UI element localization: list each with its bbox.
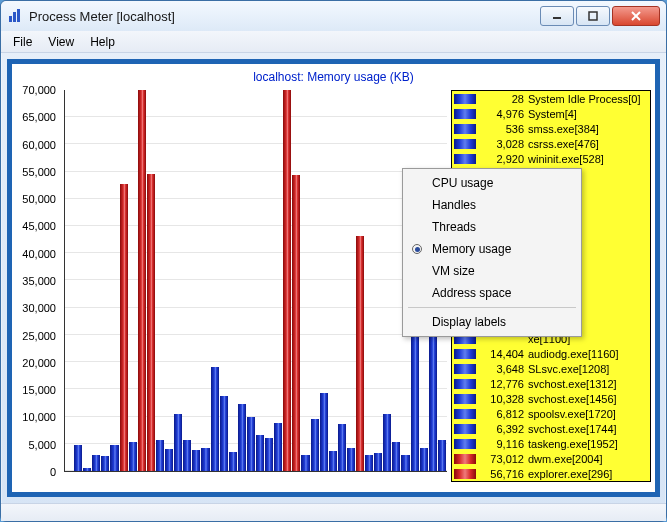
svg-rect-4 [589,12,597,20]
statusbar [1,503,666,521]
chart-bar[interactable] [74,445,82,471]
chart-bar[interactable] [101,456,109,471]
chart-bar[interactable] [129,442,137,471]
titlebar[interactable]: Process Meter [localhost] [1,1,666,31]
y-tick-label: 45,000 [22,220,56,232]
chart-bar[interactable] [156,440,164,471]
legend-row[interactable]: 4,976System[4] [452,106,650,121]
chart-bar[interactable] [174,414,182,471]
legend-swatch [454,154,476,164]
maximize-button[interactable] [576,6,610,26]
legend-swatch [454,409,476,419]
chart-bar[interactable] [192,450,200,471]
y-tick-label: 50,000 [22,193,56,205]
menubar: File View Help [1,31,666,53]
chart-bar[interactable] [401,455,409,471]
context-menu-vm[interactable]: VM size [406,260,578,282]
context-menu-label: CPU usage [432,176,493,190]
close-button[interactable] [612,6,660,26]
context-menu-label: VM size [432,264,475,278]
chart-bar[interactable] [283,90,291,471]
chart-bar[interactable] [374,453,382,471]
chart-bar[interactable] [247,417,255,471]
chart-bar[interactable] [147,174,155,471]
context-menu-addr[interactable]: Address space [406,282,578,304]
chart-bar[interactable] [420,448,428,471]
chart-bar[interactable] [120,184,128,471]
menu-view[interactable]: View [40,33,82,51]
chart-bar[interactable] [292,175,300,471]
y-axis-labels: 05,00010,00015,00020,00025,00030,00035,0… [12,90,60,472]
chart-bar[interactable] [183,440,191,471]
chart-bar[interactable] [438,440,446,471]
context-menu-separator [408,307,576,308]
chart-bar[interactable] [383,414,391,471]
chart-bar[interactable] [320,393,328,471]
app-window: Process Meter [localhost] File View Help… [0,0,667,522]
chart-bar[interactable] [429,335,437,471]
legend-row[interactable]: 9,116taskeng.exe[1952] [452,436,650,451]
legend-row[interactable]: 12,776svchost.exe[1312] [452,376,650,391]
legend-name: System Idle Process[0] [528,93,641,105]
context-menu-memory[interactable]: Memory usage [406,238,578,260]
legend-row[interactable]: 56,716explorer.exe[296] [452,466,650,481]
legend-name: csrss.exe[476] [528,138,599,150]
legend-swatch [454,424,476,434]
legend-swatch [454,469,476,479]
menu-help[interactable]: Help [82,33,123,51]
chart-bar[interactable] [229,452,237,471]
legend-row[interactable]: 6,392svchost.exe[1744] [452,421,650,436]
chart-bar[interactable] [365,455,373,471]
chart-bar[interactable] [238,404,246,471]
legend-name: svchost.exe[1456] [528,393,617,405]
menu-file[interactable]: File [5,33,40,51]
chart-area[interactable]: 05,00010,00015,00020,00025,00030,00035,0… [12,86,451,492]
y-tick-label: 70,000 [22,84,56,96]
chart-bar[interactable] [392,442,400,471]
svg-rect-0 [9,16,12,22]
chart-bar[interactable] [110,445,118,471]
legend-swatch [454,94,476,104]
y-tick-label: 35,000 [22,275,56,287]
chart-bar[interactable] [338,424,346,471]
chart-bar[interactable] [329,451,337,471]
legend-row[interactable]: 10,328svchost.exe[1456] [452,391,650,406]
chart-bar[interactable] [256,435,264,471]
minimize-button[interactable] [540,6,574,26]
legend-row[interactable]: 3,648SLsvc.exe[1208] [452,361,650,376]
chart-bar[interactable] [211,367,219,471]
legend-value: 4,976 [480,108,524,120]
chart-bar[interactable] [265,438,273,471]
chart-bar[interactable] [311,419,319,471]
context-menu-labels[interactable]: Display labels [406,311,578,333]
legend-value: 3,648 [480,363,524,375]
chart-bar[interactable] [301,455,309,471]
legend-row[interactable]: 2,920wininit.exe[528] [452,151,650,166]
svg-rect-2 [17,9,20,22]
legend-row[interactable]: 73,012dwm.exe[2004] [452,451,650,466]
content-frame: localhost: Memory usage (KB) 05,00010,00… [7,59,660,497]
legend-row[interactable]: 14,404audiodg.exe[1160] [452,346,650,361]
chart-bar[interactable] [356,236,364,471]
chart-bar[interactable] [220,396,228,471]
legend-row[interactable]: 6,812spoolsv.exe[1720] [452,406,650,421]
chart-bar[interactable] [274,423,282,471]
legend-row[interactable]: 28System Idle Process[0] [452,91,650,106]
chart-bar[interactable] [347,448,355,471]
y-tick-label: 5,000 [28,439,56,451]
chart-bar[interactable] [83,468,91,471]
legend-row[interactable]: 536smss.exe[384] [452,121,650,136]
context-menu-handles[interactable]: Handles [406,194,578,216]
chart-bar[interactable] [92,455,100,471]
chart-bar[interactable] [411,314,419,471]
chart-bar[interactable] [165,449,173,471]
context-menu-threads[interactable]: Threads [406,216,578,238]
legend-row[interactable]: 3,028csrss.exe[476] [452,136,650,151]
legend-name: System[4] [528,108,577,120]
context-menu-cpu[interactable]: CPU usage [406,172,578,194]
context-menu-label: Threads [432,220,476,234]
chart-bar[interactable] [201,448,209,471]
chart-bar[interactable] [138,90,146,471]
legend-value: 14,404 [480,348,524,360]
legend-value: 73,012 [480,453,524,465]
